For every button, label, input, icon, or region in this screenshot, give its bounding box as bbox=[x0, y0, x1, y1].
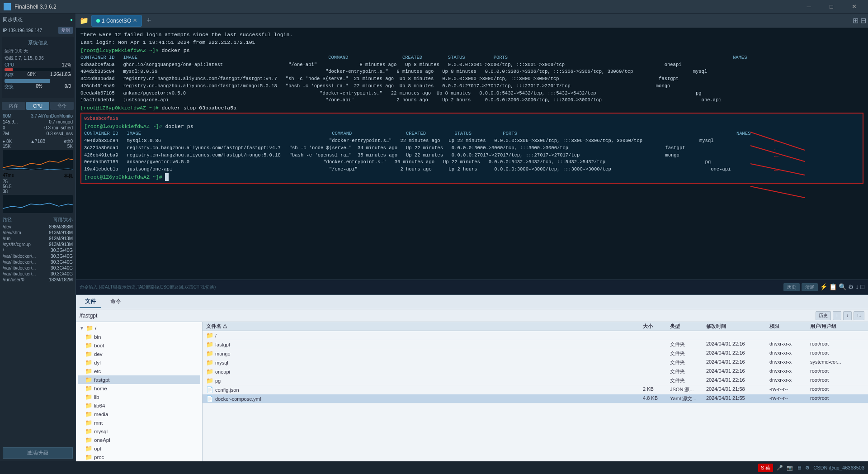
tree-dyl[interactable]: 📁 dyl bbox=[78, 358, 200, 367]
status-csdn: CSDN @qq_46368503 bbox=[813, 465, 864, 470]
term-stopped-id: 03baabcefa5a bbox=[84, 115, 860, 123]
file-name-parent: 📁/ bbox=[206, 332, 643, 339]
file-size-fastgpt bbox=[643, 341, 670, 348]
tree-mnt[interactable]: 📁 mnt bbox=[78, 418, 200, 427]
folder-icon-fm-fastgpt: 📁 bbox=[206, 341, 213, 348]
file-name-docker-compose: 📄docker-compose.yml bbox=[206, 395, 643, 402]
file-row-fastgpt[interactable]: 📁fastgpt 文件夹 2024/04/01 22:16 drwxr-xr-x… bbox=[203, 340, 868, 349]
layout-icon[interactable]: ⊞ bbox=[853, 16, 859, 25]
copy-ip-button[interactable]: 复制 bbox=[58, 27, 73, 34]
term-container-5: 0eeda4b67185 ankane/pgvector:v0.5.0 "doc… bbox=[80, 90, 863, 97]
file-icon-docker-compose: 📄 bbox=[206, 395, 213, 402]
tree-lib[interactable]: 📁 lib bbox=[78, 393, 200, 401]
sync-section: 同步状态 ● bbox=[0, 14, 75, 26]
tree-etc[interactable]: 📁 etc bbox=[78, 367, 200, 375]
tree-proc[interactable]: 📁 proc bbox=[78, 453, 200, 461]
file-perm-fastgpt: drwxr-xr-x bbox=[769, 341, 810, 348]
tree-label-fastgpt: fastgpt bbox=[94, 377, 110, 383]
fm-history-btn[interactable]: 历史 bbox=[816, 311, 831, 320]
minimize-button[interactable]: ─ bbox=[798, 0, 819, 14]
terminal-icon-4[interactable]: ⚙ bbox=[848, 283, 854, 291]
file-row-docker-compose[interactable]: 📄docker-compose.yml 4.8 KB Yaml 源文... 20… bbox=[203, 394, 868, 403]
tree-label-dev: dev bbox=[94, 351, 103, 357]
status-monitor[interactable]: 🖥 bbox=[797, 465, 802, 470]
net-send-label: ▲716B bbox=[30, 139, 45, 144]
session-tab-close[interactable]: ✕ bbox=[133, 18, 137, 24]
history-button[interactable]: 历史 bbox=[783, 283, 800, 291]
fm-tab-files[interactable]: 文件 bbox=[80, 296, 101, 308]
terminal-icon-5[interactable]: ↓ bbox=[856, 283, 859, 291]
tree-bin[interactable]: 📁 bin bbox=[78, 332, 200, 341]
tree-oneapi[interactable]: 📁 oneApi bbox=[78, 436, 200, 444]
file-user-fastgpt: root/root bbox=[810, 341, 864, 348]
terminal-icon-2[interactable]: 📋 bbox=[829, 283, 837, 291]
term-line-1: There were 12 failed login attempts sinc… bbox=[80, 31, 863, 38]
status-sougou: S 英 bbox=[758, 464, 773, 472]
process-tabs[interactable]: 内存 CPU 命令 bbox=[0, 102, 75, 110]
tree-lib64[interactable]: 📁 lib64 bbox=[78, 401, 200, 410]
file-row-mongo[interactable]: 📁mongo 文件夹 2024/04/01 22:16 drwxr-xr-x r… bbox=[203, 349, 868, 358]
folder-icon-fm-oneapi: 📁 bbox=[206, 368, 213, 375]
file-tree[interactable]: ▼ 📁 / 📁 bin 📁 boot 📁 dev bbox=[76, 322, 203, 461]
tab-cmd[interactable]: 命令 bbox=[50, 102, 74, 110]
terminal-icon-1[interactable]: ⚡ bbox=[820, 283, 827, 291]
status-settings[interactable]: ⚙ bbox=[805, 465, 810, 471]
mem-bar-fill bbox=[5, 79, 50, 83]
status-mic[interactable]: 🎤 bbox=[777, 465, 783, 471]
tree-mysql[interactable]: 📁 mysql bbox=[78, 427, 200, 436]
window-controls[interactable]: ─ □ ✕ bbox=[798, 0, 864, 14]
term-final-prompt: [root@lZ6yp0kkiefdwAZ ~]# bbox=[84, 173, 860, 181]
file-name-pg: 📁pg bbox=[206, 377, 643, 384]
col-header-size: 大小 bbox=[643, 323, 670, 330]
arrow-oneapi: ← bbox=[774, 165, 778, 176]
tree-dev[interactable]: 📁 dev bbox=[78, 350, 200, 358]
fm-up-btn[interactable]: ↑ bbox=[833, 311, 841, 320]
tree-boot[interactable]: 📁 boot bbox=[78, 341, 200, 350]
fm-tab-cmd[interactable]: 命令 bbox=[105, 296, 127, 308]
tree-home[interactable]: 📁 home bbox=[78, 384, 200, 393]
folder-icon-button[interactable]: 📁 bbox=[78, 14, 90, 27]
terminal-icon-6[interactable]: □ bbox=[861, 283, 864, 291]
tab-cpu[interactable]: CPU bbox=[26, 102, 50, 110]
file-row-oneapi[interactable]: 📁oneapi 文件夹 2024/04/01 22:16 drwxr-xr-x … bbox=[203, 367, 868, 376]
terminal-output[interactable]: There were 12 failed login attempts sinc… bbox=[76, 28, 868, 280]
sync-status: 同步状态 ● bbox=[0, 15, 75, 24]
file-perm-config: -rw-r--r-- bbox=[769, 386, 810, 393]
folder-icon-home: 📁 bbox=[85, 385, 92, 392]
app-title: FinalShell 3.9.6.2 bbox=[14, 4, 57, 10]
disk-row-run: /run912M/913M bbox=[3, 236, 73, 242]
file-user-oneapi: root/root bbox=[810, 368, 864, 375]
add-tab-button[interactable]: + bbox=[143, 15, 155, 27]
close-button[interactable]: ✕ bbox=[844, 0, 864, 14]
col-header-perm: 权限 bbox=[769, 323, 810, 330]
folder-icon-fm-mongo: 📁 bbox=[206, 350, 213, 357]
upgrade-button[interactable]: 激活/升级 bbox=[3, 447, 73, 459]
folder-icon-fastgpt: 📁 bbox=[85, 376, 92, 383]
file-list[interactable]: 文件名 △ 大小 类型 修改时间 权限 用户/用户组 📁/ bbox=[203, 322, 868, 461]
file-name-mongo: 📁mongo bbox=[206, 350, 643, 357]
tree-opt[interactable]: 📁 opt bbox=[78, 444, 200, 453]
tab-mem[interactable]: 内存 bbox=[2, 102, 25, 110]
tree-root[interactable]: ▼ 📁 / bbox=[78, 324, 200, 332]
file-row-config[interactable]: 📄config.json 2 KB JSON 源... 2024/04/01 2… bbox=[203, 385, 868, 394]
clear-button[interactable]: 清屏 bbox=[802, 283, 818, 291]
file-row-pg[interactable]: 📁pg 文件夹 2024/04/01 22:16 drwxr-xr-x root… bbox=[203, 376, 868, 385]
maximize-button[interactable]: □ bbox=[821, 0, 842, 14]
latency-graph bbox=[3, 195, 73, 213]
tree-media[interactable]: 📁 media bbox=[78, 410, 200, 418]
tree-fastgpt[interactable]: 📁 fastgpt bbox=[78, 375, 200, 384]
file-row-parent[interactable]: 📁/ bbox=[203, 331, 868, 340]
fm-updown-btn[interactable]: ↑↓ bbox=[854, 311, 864, 320]
terminal-icon-3[interactable]: 🔍 bbox=[839, 283, 846, 291]
session-tab-1[interactable]: 1 ConsetSO ✕ bbox=[91, 15, 142, 27]
file-type-fastgpt: 文件夹 bbox=[670, 341, 706, 348]
term-container-2b: 404d2b335c84 mysql:8.0.36 "docker-entryp… bbox=[84, 137, 860, 145]
fm-down-btn[interactable]: ↓ bbox=[843, 311, 852, 320]
split-icon[interactable]: ⊟ bbox=[860, 16, 866, 25]
status-camera[interactable]: 📷 bbox=[787, 465, 793, 471]
file-row-mysql[interactable]: 📁mysql 文件夹 2024/04/01 22:16 drwxr-xr-x s… bbox=[203, 358, 868, 367]
col-header-type: 类型 bbox=[670, 323, 706, 330]
net-section: ♦ 8K ▲716B eth0 15K 5K bbox=[0, 138, 75, 172]
file-size-config: 2 KB bbox=[643, 386, 670, 393]
session-tab-label: 1 ConsetSO bbox=[102, 18, 131, 24]
